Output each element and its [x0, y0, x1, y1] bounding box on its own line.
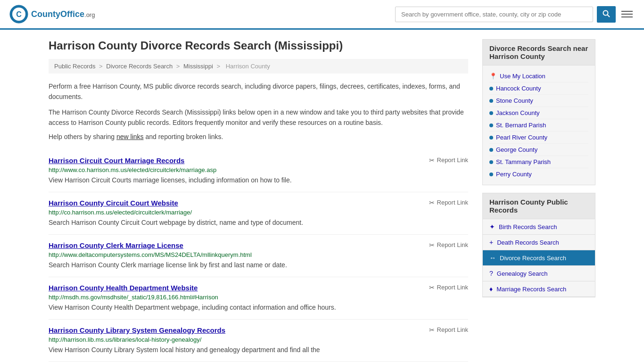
- search-button[interactable]: [597, 6, 616, 23]
- report-link[interactable]: ✂ Report Link: [429, 199, 468, 206]
- public-record-link[interactable]: ↔Divorce Records Search: [483, 250, 595, 266]
- record-description: View Harrison County Library System loca…: [49, 345, 468, 355]
- nearby-link[interactable]: Hancock County: [489, 82, 588, 95]
- record-type-icon: ?: [489, 270, 493, 277]
- search-icon: [603, 10, 610, 17]
- dot-icon: [489, 160, 493, 164]
- scissors-icon: ✂: [429, 326, 435, 334]
- public-record-link[interactable]: ?Genealogy Search: [483, 266, 595, 281]
- record-title[interactable]: Harrison County Health Department Websit…: [49, 284, 198, 292]
- nearby-link[interactable]: Stone County: [489, 95, 588, 107]
- menu-button[interactable]: [619, 9, 635, 19]
- record-item: Harrison Circuit Court Marriage Records …: [49, 150, 468, 192]
- breadcrumb-public-records[interactable]: Public Records: [54, 63, 95, 70]
- breadcrumb-mississippi[interactable]: Mississippi: [183, 63, 213, 70]
- report-link[interactable]: ✂ Report Link: [429, 241, 468, 249]
- nearby-section-header: Divorce Records Search near Harrison Cou…: [483, 40, 595, 66]
- dot-icon: [489, 99, 493, 103]
- record-title[interactable]: Harrison County Circuit Court Website: [49, 199, 178, 207]
- record-type-icon: ↔: [489, 254, 496, 262]
- record-url[interactable]: http://msdh.ms.gov/msdhsite/_static/19,8…: [49, 294, 468, 301]
- svg-line-5: [608, 15, 610, 17]
- record-type-icon: ♦: [489, 285, 493, 293]
- svg-text:C: C: [16, 10, 22, 18]
- record-item: Harrison County Health Department Websit…: [49, 277, 468, 320]
- dot-icon: [489, 87, 493, 90]
- logo-text: CountyOffice.org: [31, 9, 95, 19]
- report-link[interactable]: ✂ Report Link: [429, 156, 468, 164]
- record-header: Harrison County Circuit Court Website ✂ …: [49, 199, 468, 207]
- scissors-icon: ✂: [429, 199, 435, 206]
- breadcrumb: Public Records > Divorce Records Search …: [49, 59, 468, 74]
- record-header: Harrison County Health Department Websit…: [49, 284, 468, 292]
- left-content: Harrison County Divorce Records Search (…: [49, 39, 468, 362]
- record-description: Search Harrison County Circuit Court web…: [49, 218, 468, 228]
- dot-icon: [489, 123, 493, 127]
- record-description: View Harrison Circuit Courts marriage li…: [49, 175, 468, 185]
- report-link[interactable]: ✂ Report Link: [429, 326, 468, 334]
- record-url[interactable]: http://co.harrison.ms.us/elected/circuit…: [49, 209, 468, 216]
- record-title[interactable]: Harrison County Clerk Marriage License: [49, 241, 183, 249]
- scissors-icon: ✂: [429, 241, 435, 249]
- dot-icon: [489, 173, 493, 176]
- public-record-link[interactable]: +Death Records Search: [483, 235, 595, 250]
- search-input[interactable]: [395, 7, 593, 22]
- logo-area: C CountyOffice.org: [9, 5, 95, 24]
- record-item: Harrison County Clerk Marriage License ✂…: [49, 235, 468, 277]
- scissors-icon: ✂: [429, 156, 435, 164]
- page-title: Harrison County Divorce Records Search (…: [49, 39, 468, 52]
- public-records-section: Harrison County Public Records ✦Birth Re…: [482, 193, 595, 297]
- svg-point-4: [603, 10, 608, 15]
- breadcrumb-county: Harrison County: [226, 63, 270, 70]
- public-record-link[interactable]: ✦Birth Records Search: [483, 219, 595, 235]
- record-item: Harrison County Circuit Court Website ✂ …: [49, 192, 468, 235]
- record-item: Harrison County Library System Genealogy…: [49, 320, 468, 362]
- header: C CountyOffice.org: [0, 0, 644, 30]
- breadcrumb-divorce[interactable]: Divorce Records Search: [106, 63, 173, 70]
- new-links-link[interactable]: new links: [116, 133, 144, 140]
- scissors-icon: ✂: [429, 284, 435, 291]
- nearby-link[interactable]: Jackson County: [489, 107, 588, 119]
- record-url[interactable]: http://www.deltacomputersystems.com/MS/M…: [49, 251, 468, 258]
- public-records-links: ✦Birth Records Search+Death Records Sear…: [483, 219, 595, 297]
- record-description: Search Harrison County Clerk marriage li…: [49, 260, 468, 270]
- record-url[interactable]: http://harrison.lib.ms.us/libraries/loca…: [49, 336, 468, 343]
- public-records-header: Harrison County Public Records: [483, 193, 595, 219]
- nearby-link[interactable]: St. Bernard Parish: [489, 119, 588, 132]
- help-text: Help others by sharing new links and rep…: [49, 133, 468, 140]
- record-title[interactable]: Harrison Circuit Court Marriage Records: [49, 156, 184, 165]
- location-icon: 📍: [489, 73, 497, 80]
- use-my-location-link[interactable]: 📍 Use My Location: [489, 70, 588, 82]
- record-description: View Harrison County Health Department w…: [49, 303, 468, 313]
- dot-icon: [489, 111, 493, 115]
- main-container: Harrison County Divorce Records Search (…: [39, 30, 605, 362]
- right-sidebar: Divorce Records Search near Harrison Cou…: [482, 39, 595, 362]
- search-area: [395, 6, 635, 23]
- description-1: Perform a free Harrison County, MS publi…: [49, 81, 468, 102]
- dot-icon: [489, 148, 493, 152]
- nearby-section: Divorce Records Search near Harrison Cou…: [482, 39, 595, 185]
- nearby-link[interactable]: Perry County: [489, 168, 588, 180]
- records-list: Harrison Circuit Court Marriage Records …: [49, 150, 468, 362]
- nearby-links: Hancock CountyStone CountyJackson County…: [489, 82, 588, 180]
- report-link[interactable]: ✂ Report Link: [429, 284, 468, 291]
- nearby-link[interactable]: Pearl River County: [489, 132, 588, 144]
- logo-icon: C: [9, 5, 28, 24]
- record-type-icon: ✦: [489, 223, 495, 230]
- nearby-link[interactable]: George County: [489, 144, 588, 156]
- record-header: Harrison Circuit Court Marriage Records …: [49, 156, 468, 165]
- record-header: Harrison County Clerk Marriage License ✂…: [49, 241, 468, 249]
- record-header: Harrison County Library System Genealogy…: [49, 326, 468, 334]
- record-type-icon: +: [489, 239, 493, 246]
- nearby-link[interactable]: St. Tammany Parish: [489, 156, 588, 168]
- dot-icon: [489, 136, 493, 140]
- record-url[interactable]: http://www.co.harrison.ms.us/elected/cir…: [49, 166, 468, 173]
- nearby-section-body: 📍 Use My Location Hancock CountyStone Co…: [483, 66, 595, 185]
- record-title[interactable]: Harrison County Library System Genealogy…: [49, 326, 225, 334]
- public-record-link[interactable]: ♦Marriage Records Search: [483, 281, 595, 297]
- description-2: The Harrison County Divorce Records Sear…: [49, 107, 468, 128]
